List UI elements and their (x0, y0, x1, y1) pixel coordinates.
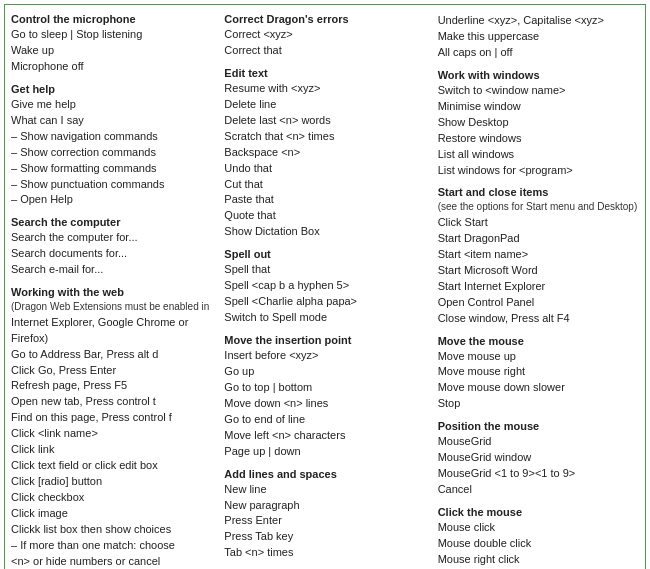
section-col3-0: Underline <xyz>, Capitalise <xyz>Make th… (438, 13, 639, 61)
line-col1-2-2: Search e-mail for... (11, 262, 212, 278)
section-body-col2-0: Correct <xyz>Correct that (224, 27, 425, 59)
section-col2-3: Move the insertion pointInsert before <x… (224, 334, 425, 460)
line-col3-0-1: Make this uppercase (438, 29, 639, 45)
section-body-col1-0: Go to sleep | Stop listeningWake upMicro… (11, 27, 212, 75)
columns-layout: Control the microphoneGo to sleep | Stop… (11, 13, 639, 569)
section-title-col2-0: Correct Dragon's errors (224, 13, 425, 25)
section-title-col3-3: Move the mouse (438, 335, 639, 347)
line-col3-0-2: All caps on | off (438, 45, 639, 61)
line-col1-1-5: – Show punctuation commands (11, 177, 212, 193)
section-title-col1-1: Get help (11, 83, 212, 95)
section-col3-1: Work with windowsSwitch to <window name>… (438, 69, 639, 179)
line-col3-5-2: Mouse right click (438, 552, 639, 568)
section-title-col3-1: Work with windows (438, 69, 639, 81)
line-col3-3-3: Stop (438, 396, 639, 412)
main-container: Control the microphoneGo to sleep | Stop… (4, 4, 646, 569)
line-col2-1-7: Paste that (224, 192, 425, 208)
line-col3-2-1: Click Start (438, 215, 639, 231)
line-col1-1-0: Give me help (11, 97, 212, 113)
line-col2-2-3: Switch to Spell mode (224, 310, 425, 326)
line-col1-3-5: Open new tab, Press control t (11, 394, 212, 410)
section-title-col3-5: Click the mouse (438, 506, 639, 518)
line-col1-1-4: – Show formatting commands (11, 161, 212, 177)
line-col2-1-1: Delete line (224, 97, 425, 113)
section-body-col1-3: (Dragon Web Extensions must be enabled i… (11, 300, 212, 569)
line-col1-3-7: Click <link name> (11, 426, 212, 442)
line-col3-5-0: Mouse click (438, 520, 639, 536)
section-title-col3-2: Start and close items (438, 186, 639, 198)
line-col1-0-2: Microphone off (11, 59, 212, 75)
line-col1-2-0: Search the computer for... (11, 230, 212, 246)
line-col2-3-2: Go to top | bottom (224, 380, 425, 396)
section-title-col2-1: Edit text (224, 67, 425, 79)
section-body-col1-2: Search the computer for...Search documen… (11, 230, 212, 278)
line-col1-1-3: – Show correction commands (11, 145, 212, 161)
section-col2-2: Spell outSpell thatSpell <cap b a hyphen… (224, 248, 425, 326)
section-body-col3-3: Move mouse upMove mouse rightMove mouse … (438, 349, 639, 413)
line-col1-3-11: Click checkbox (11, 490, 212, 506)
line-col2-4-3: Press Tab key (224, 529, 425, 545)
line-col3-1-0: Switch to <window name> (438, 83, 639, 99)
line-col3-2-6: Open Control Panel (438, 295, 639, 311)
section-col1-0: Control the microphoneGo to sleep | Stop… (11, 13, 212, 75)
line-col2-1-3: Scratch that <n> times (224, 129, 425, 145)
line-col2-0-1: Correct that (224, 43, 425, 59)
section-title-col2-4: Add lines and spaces (224, 468, 425, 480)
line-col2-4-2: Press Enter (224, 513, 425, 529)
section-body-col2-1: Resume with <xyz>Delete lineDelete last … (224, 81, 425, 240)
line-col1-3-14: – If more than one match: choose (11, 538, 212, 554)
line-col2-1-0: Resume with <xyz> (224, 81, 425, 97)
column-2: Correct Dragon's errorsCorrect <xyz>Corr… (218, 13, 431, 569)
line-col3-3-2: Move mouse down slower (438, 380, 639, 396)
line-col1-3-15: <n> or hide numbers or cancel (11, 554, 212, 569)
line-col3-4-0: MouseGrid (438, 434, 639, 450)
line-col2-1-9: Show Dictation Box (224, 224, 425, 240)
section-title-col3-4: Position the mouse (438, 420, 639, 432)
line-col3-1-4: List all windows (438, 147, 639, 163)
column-1: Control the microphoneGo to sleep | Stop… (11, 13, 218, 569)
line-col2-3-5: Move left <n> characters (224, 428, 425, 444)
line-col2-3-0: Insert before <xyz> (224, 348, 425, 364)
line-col3-5-1: Mouse double click (438, 536, 639, 552)
line-col2-1-6: Cut that (224, 177, 425, 193)
line-col3-2-5: Start Internet Explorer (438, 279, 639, 295)
section-col2-4: Add lines and spacesNew lineNew paragrap… (224, 468, 425, 562)
line-col2-2-2: Spell <Charlie alpha papa> (224, 294, 425, 310)
line-col2-2-0: Spell that (224, 262, 425, 278)
line-col1-2-1: Search documents for... (11, 246, 212, 262)
section-title-col1-2: Search the computer (11, 216, 212, 228)
section-body-col2-4: New lineNew paragraphPress EnterPress Ta… (224, 482, 425, 562)
line-col3-2-3: Start <item name> (438, 247, 639, 263)
line-col3-1-1: Minimise window (438, 99, 639, 115)
line-col1-1-2: – Show navigation commands (11, 129, 212, 145)
section-col2-1: Edit textResume with <xyz>Delete lineDel… (224, 67, 425, 240)
line-col2-1-8: Quote that (224, 208, 425, 224)
line-col3-2-0: (see the options for Start menu and Desk… (438, 200, 639, 215)
section-title-col1-3: Working with the web (11, 286, 212, 298)
section-body-col3-1: Switch to <window name>Minimise windowSh… (438, 83, 639, 179)
line-col2-4-4: Tab <n> times (224, 545, 425, 561)
line-col2-3-3: Move down <n> lines (224, 396, 425, 412)
line-col3-2-4: Start Microsoft Word (438, 263, 639, 279)
line-col1-0-0: Go to sleep | Stop listening (11, 27, 212, 43)
line-col2-1-4: Backspace <n> (224, 145, 425, 161)
line-col3-4-3: Cancel (438, 482, 639, 498)
section-body-col3-2: (see the options for Start menu and Desk… (438, 200, 639, 326)
section-col1-2: Search the computerSearch the computer f… (11, 216, 212, 278)
line-col2-3-4: Go to end of line (224, 412, 425, 428)
section-title-col2-2: Spell out (224, 248, 425, 260)
section-body-col2-2: Spell thatSpell <cap b a hyphen 5>Spell … (224, 262, 425, 326)
line-col1-3-13: Clickk list box then show choices (11, 522, 212, 538)
section-body-col1-1: Give me helpWhat can I say– Show navigat… (11, 97, 212, 209)
line-col1-3-4: Refresh page, Press F5 (11, 378, 212, 394)
line-col3-3-1: Move mouse right (438, 364, 639, 380)
line-col3-1-2: Show Desktop (438, 115, 639, 131)
line-col2-3-6: Page up | down (224, 444, 425, 460)
line-col2-1-5: Undo that (224, 161, 425, 177)
line-col3-2-7: Close window, Press alt F4 (438, 311, 639, 327)
line-col1-3-10: Click [radio] button (11, 474, 212, 490)
line-col2-4-0: New line (224, 482, 425, 498)
line-col2-2-1: Spell <cap b a hyphen 5> (224, 278, 425, 294)
section-body-col3-0: Underline <xyz>, Capitalise <xyz>Make th… (438, 13, 639, 61)
line-col3-1-5: List windows for <program> (438, 163, 639, 179)
